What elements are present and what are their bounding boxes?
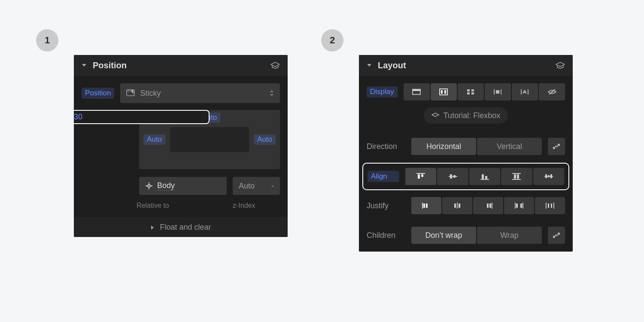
collapse-icon — [367, 63, 372, 67]
display-inlineblock-icon[interactable] — [485, 83, 511, 100]
justify-options — [411, 197, 565, 214]
svg-rect-14 — [418, 174, 420, 179]
position-dropdown[interactable]: Sticky — [120, 83, 280, 103]
align-label: Align — [368, 171, 399, 182]
relative-to-caption: Relative to — [137, 202, 227, 210]
svg-rect-24 — [550, 174, 552, 178]
display-none-icon[interactable] — [539, 83, 565, 100]
offset-right[interactable]: Auto — [254, 134, 276, 145]
display-flex-icon[interactable] — [431, 83, 457, 100]
svg-rect-10 — [471, 89, 474, 91]
step-badge: 1 — [36, 29, 58, 52]
justify-label: Justify — [367, 201, 405, 210]
panel-header[interactable]: Position — [74, 55, 288, 76]
children-options: Don’t wrap Wrap — [411, 227, 542, 244]
panel-header[interactable]: Layout — [359, 55, 573, 76]
zindex-dash: - — [271, 182, 274, 191]
zindex-field[interactable]: Auto - — [233, 177, 280, 195]
svg-rect-16 — [450, 174, 452, 179]
svg-rect-6 — [440, 89, 447, 95]
svg-rect-1 — [127, 90, 134, 92]
svg-rect-32 — [520, 204, 522, 208]
relative-to-target: Body — [157, 181, 175, 191]
offset-bottom[interactable]: 30 — [74, 110, 210, 124]
zindex-value: Auto — [239, 182, 255, 191]
direction-label: Direction — [367, 142, 405, 151]
svg-rect-12 — [471, 92, 474, 94]
panel-title: Layout — [378, 61, 550, 70]
direction-reverse-icon[interactable] — [548, 138, 565, 155]
pushpin-icon — [126, 89, 135, 97]
display-label: Display — [367, 86, 398, 97]
children-nowrap[interactable]: Don’t wrap — [411, 227, 476, 244]
align-options — [405, 168, 564, 185]
justify-around-icon[interactable] — [535, 197, 565, 214]
graduation-cap-icon — [431, 112, 439, 118]
svg-rect-25 — [423, 204, 425, 208]
children-wrap[interactable]: Wrap — [477, 227, 542, 244]
display-block-icon[interactable] — [404, 83, 430, 100]
float-clear-label: Float and clear — [160, 223, 211, 232]
svg-rect-20 — [514, 174, 516, 179]
align-end-icon[interactable] — [469, 168, 500, 185]
justify-end-icon[interactable] — [473, 197, 503, 214]
tutorial-pill[interactable]: Tutorial: Flexbox — [424, 107, 508, 124]
relative-to-button[interactable]: Body — [139, 177, 227, 195]
chevron-updown-icon — [270, 90, 274, 96]
svg-rect-7 — [441, 90, 443, 94]
align-row: Align — [362, 163, 569, 190]
direction-horizontal[interactable]: Horizontal — [411, 138, 476, 155]
svg-rect-5 — [413, 89, 420, 91]
graduation-cap-icon[interactable] — [556, 62, 565, 69]
justify-between-icon[interactable] — [504, 197, 534, 214]
step-badge: 2 — [321, 29, 343, 52]
align-stretch-icon[interactable] — [501, 168, 532, 185]
offset-left[interactable]: Auto — [143, 134, 165, 145]
svg-rect-29 — [487, 204, 489, 208]
align-baseline-icon[interactable] — [533, 168, 564, 185]
float-clear-row[interactable]: Float and clear — [74, 217, 288, 237]
direction-options: Horizontal Vertical — [411, 138, 542, 155]
direction-vertical[interactable]: Vertical — [477, 138, 542, 155]
position-dropdown-value: Sticky — [140, 89, 161, 98]
panel-title: Position — [93, 61, 264, 70]
svg-rect-27 — [454, 204, 456, 208]
graduation-cap-icon[interactable] — [270, 62, 280, 69]
svg-rect-9 — [467, 89, 470, 91]
svg-point-2 — [131, 90, 133, 92]
svg-rect-30 — [489, 204, 491, 208]
svg-rect-8 — [444, 90, 446, 94]
justify-center-icon[interactable] — [442, 197, 472, 214]
svg-rect-26 — [426, 204, 428, 208]
svg-rect-19 — [485, 176, 487, 179]
svg-rect-23 — [548, 175, 550, 177]
svg-rect-11 — [467, 92, 470, 94]
svg-rect-22 — [545, 174, 547, 178]
svg-rect-28 — [459, 204, 460, 208]
svg-rect-3 — [148, 185, 150, 187]
svg-rect-18 — [482, 174, 484, 179]
tutorial-label: Tutorial: Flexbox — [444, 111, 500, 120]
children-reverse-icon[interactable] — [548, 227, 565, 244]
svg-rect-13 — [496, 90, 499, 94]
svg-rect-33 — [548, 204, 549, 208]
align-start-icon[interactable] — [405, 168, 436, 185]
offset-center — [170, 127, 249, 152]
align-center-icon[interactable] — [437, 168, 468, 185]
display-options — [404, 83, 565, 100]
svg-rect-17 — [453, 175, 456, 178]
caret-right-icon — [150, 225, 155, 230]
display-grid-icon[interactable] — [458, 83, 484, 100]
position-field-label: Position — [82, 88, 114, 99]
display-inline-icon[interactable] — [512, 83, 538, 100]
position-panel: Position Position Sticky — [74, 55, 288, 237]
layout-panel: Layout Display — [359, 55, 573, 252]
svg-rect-34 — [551, 204, 552, 208]
svg-rect-21 — [517, 174, 519, 179]
svg-rect-31 — [516, 204, 518, 208]
justify-start-icon[interactable] — [411, 197, 441, 214]
children-label: Children — [367, 231, 405, 240]
svg-rect-15 — [421, 174, 423, 177]
offset-box: Auto Auto Auto 30 — [139, 110, 280, 169]
collapse-icon — [82, 63, 87, 67]
